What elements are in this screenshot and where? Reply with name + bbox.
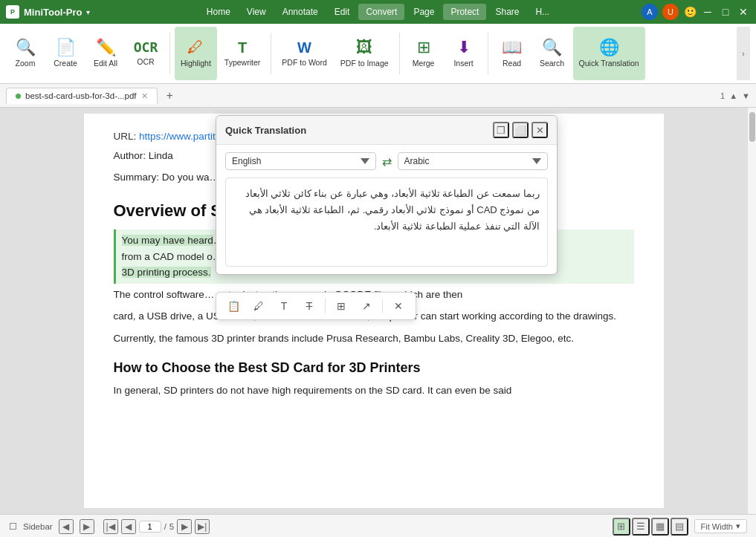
maximize-btn[interactable]: □ xyxy=(719,5,732,19)
title-bar: P MiniTool-Pro ▾ Home View Annotate Edit… xyxy=(0,0,756,24)
scrollbar-thumb[interactable] xyxy=(749,112,755,142)
current-page-input[interactable] xyxy=(139,521,161,533)
page-separator: / xyxy=(164,522,167,531)
typewriter-button[interactable]: T Typewriter xyxy=(219,27,266,80)
summary-start: Summary: Do you wa xyxy=(114,172,210,183)
currently-para: Currently, the famous 3D printer brands … xyxy=(114,331,634,347)
sidebar-prev-btn[interactable]: ◀ xyxy=(59,519,74,534)
menu-share[interactable]: Share xyxy=(488,4,526,20)
menu-view[interactable]: View xyxy=(239,4,274,20)
view-buttons: ⊞ ☰ ▦ ▤ xyxy=(613,518,688,536)
view-grid-btn[interactable]: ⊞ xyxy=(613,518,630,536)
create-button[interactable]: 📄 Create xyxy=(46,27,85,80)
float-highlight-btn[interactable]: 🖊 xyxy=(248,296,270,316)
first-page-btn[interactable]: |◀ xyxy=(103,519,118,534)
tab-pdf[interactable]: best-sd-card-usb-for-3d-...pdf ✕ xyxy=(6,88,158,104)
source-language-select[interactable]: English French Spanish xyxy=(225,152,376,170)
view-2col-btn[interactable]: ▦ xyxy=(651,518,669,536)
add-tab-button[interactable]: + xyxy=(161,86,179,105)
target-language-select[interactable]: Arabic French Spanish xyxy=(398,152,549,170)
float-export-btn[interactable]: ↗ xyxy=(355,296,378,316)
dialog-header: Quick Translation ❐ ⬜ ✕ xyxy=(216,116,557,145)
float-separator2 xyxy=(382,299,383,313)
quick-translation-label: Quick Translation xyxy=(579,59,639,68)
fit-width-button[interactable]: Fit Width ▾ xyxy=(694,519,747,533)
zoom-button[interactable]: 🔍 Zoom xyxy=(6,27,45,80)
edit-all-label: Edit All xyxy=(94,59,117,68)
float-separator xyxy=(325,299,326,313)
scrollbar[interactable] xyxy=(747,108,756,514)
user-avatar[interactable]: A xyxy=(642,4,658,20)
highlight2: from a CAD model o xyxy=(122,251,213,262)
menu-convert[interactable]: Convert xyxy=(358,4,404,20)
floating-toolbar: 📋 🖊 T T ⊞ ↗ ✕ xyxy=(216,292,416,320)
minimize-btn[interactable]: ─ xyxy=(701,5,714,19)
pdf-to-word-icon: W xyxy=(297,40,311,55)
menu-edit[interactable]: Edit xyxy=(327,4,358,20)
ocr-button[interactable]: OCR OCR xyxy=(126,27,165,80)
merge-button[interactable]: ⊞ Merge xyxy=(404,27,443,80)
fit-width-dropdown-icon: ▾ xyxy=(736,521,740,531)
menu-home[interactable]: Home xyxy=(199,4,238,20)
view-list-btn[interactable]: ☰ xyxy=(632,518,650,536)
menu-protect[interactable]: Protect xyxy=(443,4,486,20)
dialog-restore-btn[interactable]: ❐ xyxy=(493,122,509,138)
tab-close-icon[interactable]: ✕ xyxy=(141,91,148,101)
tab-scroll-down[interactable]: ▼ xyxy=(742,91,750,100)
float-strikethrough-btn[interactable]: T xyxy=(298,296,320,316)
dialog-body: English French Spanish ⇄ Arabic French S… xyxy=(216,145,557,274)
pdf-to-word-label: PDF to Word xyxy=(282,58,327,68)
tab-filename: best-sd-card-usb-for-3d-...pdf xyxy=(25,91,137,100)
prev-page-btn[interactable]: ◀ xyxy=(121,519,136,534)
close-btn[interactable]: ✕ xyxy=(737,5,750,19)
float-translate-btn[interactable]: ⊞ xyxy=(330,296,352,316)
edit-all-button[interactable]: ✏️ Edit All xyxy=(86,27,125,80)
highlight4: 3D printing process. xyxy=(122,267,211,278)
tab-bar: best-sd-card-usb-for-3d-...pdf ✕ + 1 ▲ ▼ xyxy=(0,84,756,108)
typewriter-icon: T xyxy=(238,40,247,55)
url-label: URL: xyxy=(114,131,137,142)
app-dropdown-icon[interactable]: ▾ xyxy=(86,8,90,16)
next-page-btn[interactable]: ▶ xyxy=(177,519,192,534)
merge-icon: ⊞ xyxy=(417,39,430,56)
status-left: ☐ Sidebar ◀ ▶ xyxy=(9,519,94,534)
highlight-button[interactable]: 🖊 Highlight xyxy=(175,27,217,80)
ribbon: 🔍 Zoom 📄 Create ✏️ Edit All OCR OCR 🖊 Hi… xyxy=(0,24,756,84)
tab-scroll-up[interactable]: ▲ xyxy=(729,91,737,100)
emoji-btn[interactable]: 🙂 xyxy=(683,5,697,19)
float-copy-btn[interactable]: 📋 xyxy=(222,296,245,316)
quick-translation-icon: 🌐 xyxy=(599,39,619,56)
ribbon-nav-right[interactable]: › xyxy=(737,27,750,80)
sidebar-next-btn[interactable]: ▶ xyxy=(80,519,94,534)
sidebar-label: Sidebar xyxy=(23,522,53,531)
view-scroll-btn[interactable]: ▤ xyxy=(671,518,688,536)
dialog-expand-btn[interactable]: ⬜ xyxy=(512,122,529,138)
menu-annotate[interactable]: Annotate xyxy=(275,4,326,20)
user-avatar2[interactable]: U xyxy=(662,4,679,20)
float-close-btn[interactable]: ✕ xyxy=(387,296,410,316)
sidebar-checkbox[interactable]: ☐ xyxy=(9,521,17,532)
last-page-btn[interactable]: ▶| xyxy=(195,519,210,534)
dialog-close-btn[interactable]: ✕ xyxy=(532,122,548,138)
status-bar: ☐ Sidebar ◀ ▶ |◀ ◀ / 5 ▶ ▶| ⊞ ☰ ▦ ▤ Fit … xyxy=(0,514,756,537)
insert-button[interactable]: ⬇ Insert xyxy=(445,27,483,80)
insert-label: Insert xyxy=(453,59,473,68)
create-icon: 📄 xyxy=(56,39,76,56)
page-navigation: |◀ ◀ / 5 ▶ ▶| xyxy=(103,519,210,534)
float-text-btn[interactable]: T xyxy=(273,296,295,316)
pdf-to-image-button[interactable]: 🖼 PDF to Image xyxy=(335,27,395,80)
read-icon: 📖 xyxy=(502,39,522,56)
translation-output: ربما سمعت عن الطباعة ثلاثية الأبعاد، وهي… xyxy=(225,178,548,267)
main-area: URL: https://www.partitionwizard.com/par… xyxy=(0,108,756,514)
swap-languages-btn[interactable]: ⇄ xyxy=(382,154,392,169)
highlight1: You may have heard xyxy=(122,235,213,246)
quick-translation-button[interactable]: 🌐 Quick Translation xyxy=(573,27,645,80)
pdf-to-image-icon: 🖼 xyxy=(356,39,372,56)
read-button[interactable]: 📖 Read xyxy=(493,27,532,80)
pdf-to-word-button[interactable]: W PDF to Word xyxy=(276,27,333,80)
search-button[interactable]: 🔍 Search xyxy=(533,27,572,80)
menu-help[interactable]: H... xyxy=(528,4,557,20)
in-general-para: In general, SD printers do not have high… xyxy=(114,383,634,399)
menu-page[interactable]: Page xyxy=(406,4,442,20)
read-label: Read xyxy=(503,59,521,68)
